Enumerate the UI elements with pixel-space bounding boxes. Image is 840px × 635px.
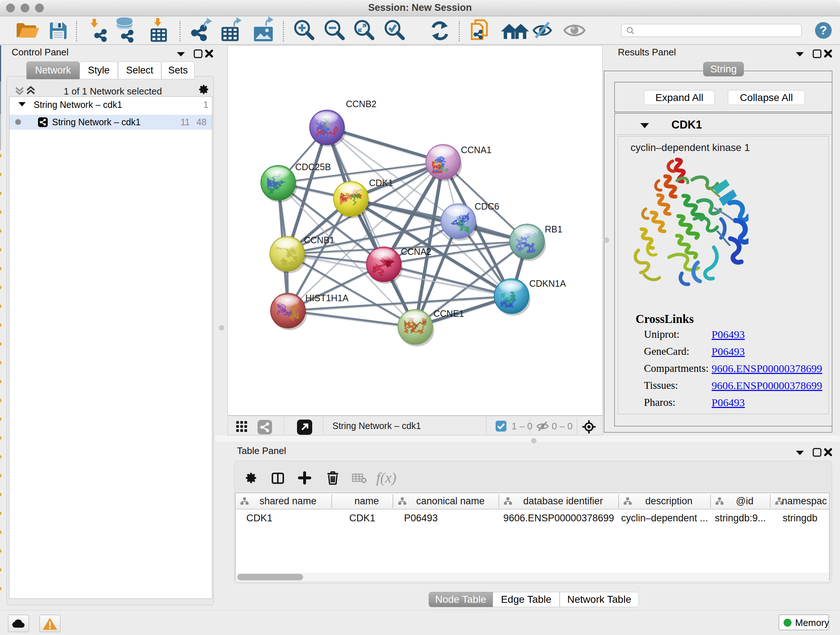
svg-text:CCNE1: CCNE1 — [433, 309, 464, 318]
svg-text:name: name — [355, 496, 379, 507]
svg-text:description: description — [645, 496, 693, 507]
svg-text:HIST1H1A: HIST1H1A — [305, 293, 349, 303]
svg-text:CDC25B: CDC25B — [295, 162, 331, 172]
svg-text:CDK1: CDK1 — [246, 513, 272, 524]
svg-text:CCNB2: CCNB2 — [346, 99, 377, 109]
svg-text:CDKN1A: CDKN1A — [529, 279, 566, 288]
svg-text:@id: @id — [736, 496, 753, 507]
svg-text:namespac: namespac — [782, 496, 827, 507]
svg-text:CCNA2: CCNA2 — [401, 247, 431, 257]
svg-text:CCNA1: CCNA1 — [461, 145, 492, 155]
svg-text:canonical name: canonical name — [416, 496, 485, 507]
svg-text:9606.ENSP00000378699: 9606.ENSP00000378699 — [503, 513, 614, 524]
svg-text:?: ? — [820, 23, 827, 37]
svg-text:stringdb: stringdb — [783, 513, 817, 524]
svg-text:CDK1: CDK1 — [369, 178, 393, 188]
svg-text:P06493: P06493 — [404, 513, 438, 524]
svg-text:CDK1: CDK1 — [349, 513, 375, 524]
svg-text:shared name: shared name — [259, 496, 317, 507]
svg-text:database identifier: database identifier — [523, 496, 603, 507]
svg-text:CDC6: CDC6 — [475, 201, 499, 211]
svg-text:RB1: RB1 — [545, 224, 562, 234]
svg-text:stringdb:9...: stringdb:9... — [715, 513, 766, 524]
svg-text:CCNB1: CCNB1 — [304, 235, 335, 245]
svg-text:cyclin–dependent ...: cyclin–dependent ... — [621, 513, 708, 524]
